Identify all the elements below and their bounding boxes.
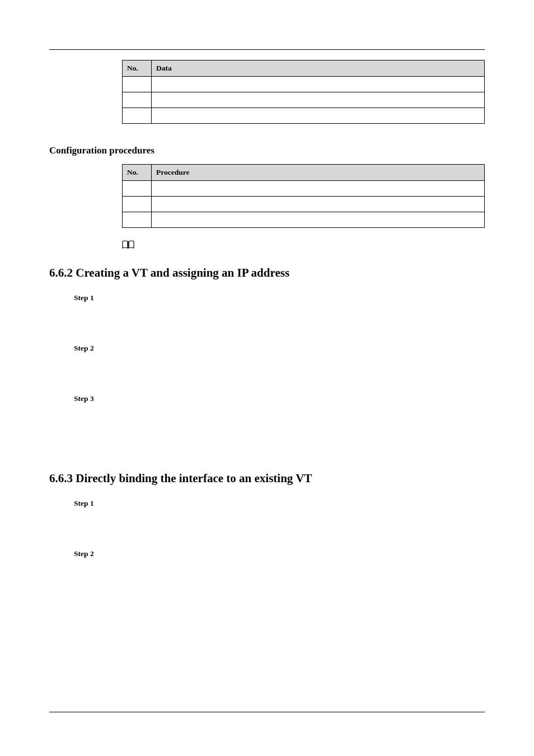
step-label: Step 2 xyxy=(74,549,94,558)
step-block: Step 1 xyxy=(74,292,485,302)
cell-no xyxy=(123,181,152,197)
cell-no xyxy=(123,108,152,124)
cell-no xyxy=(123,92,152,108)
table-row xyxy=(123,108,485,124)
table-row xyxy=(123,197,485,212)
step-block: Step 1 xyxy=(74,498,485,508)
cell-data xyxy=(152,108,485,124)
procedure-table: No. Procedure xyxy=(122,164,485,228)
cell-proc xyxy=(152,197,485,212)
cell-no xyxy=(123,77,152,92)
cell-data xyxy=(152,77,485,92)
step-label: Step 1 xyxy=(74,293,94,302)
open-book-icon xyxy=(122,240,134,251)
section-6-6-3-heading: 6.6.3 Directly binding the interface to … xyxy=(49,472,485,486)
table-row xyxy=(123,92,485,108)
step-label: Step 3 xyxy=(74,394,94,403)
col-header-no: No. xyxy=(123,60,152,77)
header-rule xyxy=(49,49,485,50)
col-header-procedure: Procedure xyxy=(152,165,485,181)
step-label: Step 2 xyxy=(74,344,94,352)
cell-data xyxy=(152,92,485,108)
table-procedure-block: No. Procedure xyxy=(122,164,485,251)
step-label: Step 1 xyxy=(74,499,94,507)
config-procedures-heading: Configuration procedures xyxy=(49,145,485,156)
col-header-data: Data xyxy=(152,60,485,77)
step-block: Step 2 xyxy=(74,548,485,558)
cell-proc xyxy=(152,181,485,197)
cell-proc xyxy=(152,212,485,228)
data-table: No. Data xyxy=(122,60,485,124)
table-row xyxy=(123,181,485,197)
footer-rule xyxy=(49,712,485,712)
table-data-block: No. Data xyxy=(122,60,485,124)
cell-no xyxy=(123,212,152,228)
col-header-no: No. xyxy=(123,165,152,181)
step-block: Step 2 xyxy=(74,343,485,353)
step-block: Step 3 xyxy=(74,393,485,403)
table-row xyxy=(123,212,485,228)
cell-no xyxy=(123,197,152,212)
table-row xyxy=(123,77,485,92)
section-6-6-2-heading: 6.6.2 Creating a VT and assigning an IP … xyxy=(49,266,485,280)
note-icon-row xyxy=(122,240,485,251)
